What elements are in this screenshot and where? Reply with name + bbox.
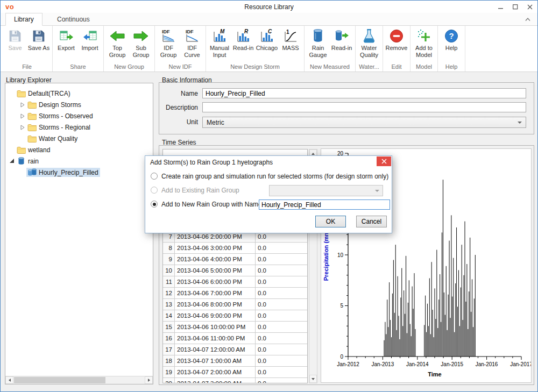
minimize-button[interactable] bbox=[498, 4, 504, 10]
ribbon-button-manual-input[interactable]: MManual Input bbox=[208, 27, 231, 59]
scroll-right-button[interactable] bbox=[145, 376, 153, 384]
value-cell[interactable]: 0.0 bbox=[256, 243, 307, 253]
description-input[interactable] bbox=[202, 102, 526, 112]
row-number-cell[interactable]: 16 bbox=[163, 333, 175, 344]
radio-button[interactable] bbox=[151, 187, 158, 194]
timestamp-cell[interactable]: 2013-04-06 11:00:00 PM bbox=[175, 333, 256, 344]
collapse-ribbon-icon[interactable] bbox=[525, 17, 531, 22]
ribbon-button-top-group[interactable]: Top Group bbox=[105, 27, 129, 59]
ribbon-button-add-to-model[interactable]: Add to Model bbox=[412, 27, 436, 59]
ribbon-button-label: IDF Group bbox=[157, 45, 180, 58]
timestamp-cell[interactable]: 2013-04-06 8:00:00 PM bbox=[175, 299, 256, 310]
scroll-down-button[interactable] bbox=[309, 375, 317, 383]
ribbon-button-remove[interactable]: Remove bbox=[385, 27, 408, 53]
tree-item-storms-regional[interactable]: Storms - Regional bbox=[6, 122, 152, 133]
tab-continuous[interactable]: Continuous bbox=[49, 13, 98, 26]
timestamp-cell[interactable]: 2013-04-07 3:00:00 AM bbox=[175, 378, 256, 383]
radio-button[interactable] bbox=[151, 173, 158, 180]
row-number-cell[interactable]: 19 bbox=[163, 367, 175, 377]
ribbon-button-import[interactable]: Import bbox=[78, 27, 102, 53]
ribbon-button-water-quality[interactable]: Water Quality bbox=[357, 27, 381, 59]
ribbon-button-export[interactable]: Export bbox=[54, 27, 78, 53]
close-button[interactable] bbox=[527, 4, 533, 10]
value-cell[interactable]: 0.0 bbox=[256, 276, 307, 287]
tree-item-rain[interactable]: rain bbox=[6, 155, 152, 167]
new-rain-group-name-input[interactable] bbox=[259, 199, 390, 210]
explorer-horizontal-scrollbar[interactable] bbox=[5, 376, 153, 384]
value-cell[interactable]: 0.0 bbox=[256, 288, 307, 298]
existing-rain-group-dropdown[interactable] bbox=[269, 185, 383, 196]
row-number-cell[interactable]: 17 bbox=[163, 344, 175, 355]
value-cell[interactable]: 0.0 bbox=[256, 299, 307, 310]
timestamp-cell[interactable]: 2013-04-06 3:00:00 PM bbox=[175, 243, 256, 253]
row-number-cell[interactable]: 10 bbox=[163, 265, 175, 276]
tree-item-design-storms[interactable]: Design Storms bbox=[6, 99, 152, 110]
tree-item-default-trca[interactable]: Default(TRCA) bbox=[6, 88, 152, 99]
value-cell[interactable]: 0.0 bbox=[256, 367, 307, 377]
scrollbar-thumb[interactable] bbox=[14, 377, 105, 383]
timestamp-cell[interactable]: 2013-04-06 5:00:00 PM bbox=[175, 265, 256, 276]
name-input[interactable] bbox=[202, 88, 526, 98]
ribbon-button-help[interactable]: ?Help bbox=[440, 27, 463, 53]
dialog-option-label[interactable]: Add to Existing Rain Group bbox=[161, 187, 239, 194]
row-number-cell[interactable]: 18 bbox=[163, 355, 175, 366]
scroll-left-button[interactable] bbox=[5, 376, 13, 384]
timestamp-cell[interactable]: 2013-04-06 4:00:00 PM bbox=[175, 254, 256, 265]
value-cell[interactable]: 0.0 bbox=[256, 310, 307, 321]
timestamp-cell[interactable]: 2013-04-06 9:00:00 PM bbox=[175, 310, 256, 321]
ribbon-button-read-in[interactable]: Read-in bbox=[330, 27, 353, 53]
ribbon-button-save-as[interactable]: Save As bbox=[27, 27, 51, 53]
dialog-close-button[interactable] bbox=[377, 156, 391, 166]
radio-button-selected[interactable] bbox=[151, 201, 158, 208]
value-cell[interactable]: 0.0 bbox=[256, 344, 307, 355]
ok-button[interactable]: OK bbox=[315, 216, 346, 227]
timestamp-cell[interactable]: 2013-04-07 1:00:00 AM bbox=[175, 355, 256, 366]
timestamp-cell[interactable]: 2013-04-06 6:00:00 PM bbox=[175, 276, 256, 287]
row-number-cell[interactable]: 8 bbox=[163, 243, 175, 253]
collapsed-expander-icon[interactable] bbox=[19, 125, 26, 130]
ribbon-tab-row: Library Continuous bbox=[1, 13, 537, 26]
ribbon-button-sub-group[interactable]: Sub Group bbox=[129, 27, 153, 59]
tree-item-label: Default(TRCA) bbox=[28, 90, 70, 97]
tab-library[interactable]: Library bbox=[5, 13, 43, 26]
cancel-button[interactable]: Cancel bbox=[356, 216, 387, 227]
tree-item-hourly-precip-filled[interactable]: Hourly_Precip_Filled bbox=[6, 167, 152, 178]
tree-item-wetland[interactable]: wetland bbox=[6, 144, 152, 155]
expanded-expander-icon[interactable] bbox=[8, 159, 16, 163]
dialog-option-label[interactable]: Add to New Rain Group with Name: bbox=[161, 201, 264, 208]
timestamp-cell[interactable]: 2013-04-07 2:00:00 AM bbox=[175, 367, 256, 377]
value-cell[interactable]: 0.0 bbox=[256, 322, 307, 332]
row-number-cell[interactable]: 14 bbox=[163, 310, 175, 321]
chevron-down-icon bbox=[375, 190, 379, 192]
ribbon-button-read-in[interactable]: RRead-in bbox=[231, 27, 255, 53]
row-number-cell[interactable]: 15 bbox=[163, 322, 175, 332]
row-number-cell[interactable]: 13 bbox=[163, 299, 175, 310]
ribbon-button-idf-curve[interactable]: IDFIDF Curve bbox=[180, 27, 204, 59]
value-cell[interactable]: 0.0 bbox=[256, 254, 307, 265]
timestamp-cell[interactable]: 2013-04-07 12:00:00 AM bbox=[175, 344, 256, 355]
ribbon-button-idf-group[interactable]: IDFIDF Group bbox=[157, 27, 180, 59]
value-cell[interactable]: 0.0 bbox=[256, 265, 307, 276]
tree-item-water-quality[interactable]: Water Quality bbox=[6, 133, 152, 144]
ribbon-button-mass[interactable]: 1MASS bbox=[279, 27, 302, 53]
value-cell[interactable]: 0.0 bbox=[256, 355, 307, 366]
chart-c-icon: C bbox=[259, 28, 275, 44]
ribbon-button-chicago[interactable]: CChicago bbox=[255, 27, 279, 53]
timestamp-cell[interactable]: 2013-04-06 7:00:00 PM bbox=[175, 288, 256, 298]
row-number-cell[interactable]: 11 bbox=[163, 276, 175, 287]
maximize-button[interactable] bbox=[512, 4, 519, 10]
row-number-cell[interactable]: 9 bbox=[163, 254, 175, 265]
row-number-cell[interactable]: 12 bbox=[163, 288, 175, 298]
value-cell[interactable]: 0.0 bbox=[256, 333, 307, 344]
svg-text:IDF: IDF bbox=[162, 29, 170, 34]
dialog-option-label[interactable]: Create rain group and simulation run for… bbox=[161, 173, 388, 180]
ribbon-button-rain-gauge[interactable]: Rain Gauge bbox=[306, 27, 330, 59]
collapsed-expander-icon[interactable] bbox=[19, 113, 26, 119]
row-number-cell[interactable]: 20 bbox=[163, 378, 175, 383]
tree-item-storms-observed[interactable]: Storms - Observed bbox=[6, 110, 152, 122]
value-cell[interactable]: 0.0 bbox=[256, 378, 307, 383]
unit-dropdown[interactable]: Metric bbox=[202, 117, 526, 128]
timestamp-cell[interactable]: 2013-04-06 10:00:00 PM bbox=[175, 322, 256, 332]
export-icon bbox=[58, 28, 74, 44]
collapsed-expander-icon[interactable] bbox=[19, 102, 26, 108]
